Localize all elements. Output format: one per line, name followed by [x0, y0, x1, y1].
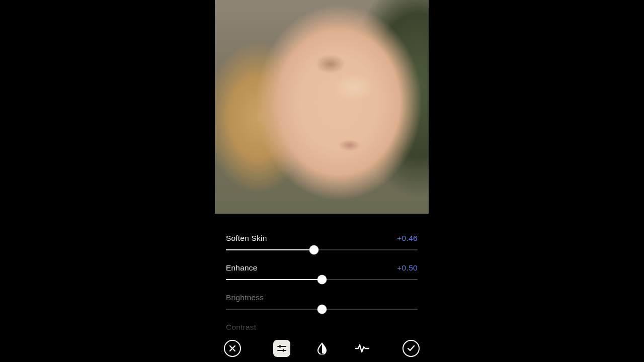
sliders-scroll-area[interactable]: Soften Skin +0.46 Enhance +0.50 Brightne…: [215, 234, 429, 334]
slider-label: Soften Skin: [226, 234, 267, 243]
app-stage: Soften Skin +0.46 Enhance +0.50 Brightne…: [0, 0, 644, 362]
slider-thumb[interactable]: [309, 245, 318, 254]
check-icon: [403, 340, 420, 357]
cancel-button[interactable]: [224, 340, 241, 357]
slider-label: Brightness: [226, 293, 264, 302]
slider-label: Enhance: [226, 263, 258, 273]
svg-rect-2: [279, 345, 281, 347]
waveform-icon: [355, 343, 369, 353]
phone-frame: Soften Skin +0.46 Enhance +0.50 Brightne…: [215, 0, 429, 362]
slider-track-fill: [226, 279, 322, 280]
tab-adjust[interactable]: [273, 340, 290, 357]
slider-value: +0.50: [397, 263, 418, 273]
svg-rect-3: [283, 349, 284, 351]
slider-value: +0.46: [397, 234, 418, 243]
slider-contrast[interactable]: Contrast: [226, 323, 418, 334]
close-icon: [224, 340, 241, 357]
sliders-icon: [273, 340, 290, 357]
tab-effects[interactable]: [354, 340, 371, 357]
toolbar-tabs: [273, 340, 371, 357]
photo-preview[interactable]: [215, 0, 429, 214]
tab-color[interactable]: [313, 340, 331, 357]
drop-icon: [316, 342, 328, 354]
slider-brightness[interactable]: Brightness: [226, 293, 418, 323]
slider-soften-skin[interactable]: Soften Skin +0.46: [226, 234, 418, 263]
slider-enhance[interactable]: Enhance +0.50: [226, 263, 418, 293]
bottom-toolbar: [215, 334, 429, 362]
slider-track-fill: [226, 249, 314, 250]
slider-thumb[interactable]: [317, 275, 327, 284]
slider-thumb[interactable]: [317, 305, 327, 314]
confirm-button[interactable]: [403, 340, 420, 357]
slider-label: Contrast: [226, 323, 256, 332]
adjustment-panel: Soften Skin +0.46 Enhance +0.50 Brightne…: [215, 214, 429, 362]
